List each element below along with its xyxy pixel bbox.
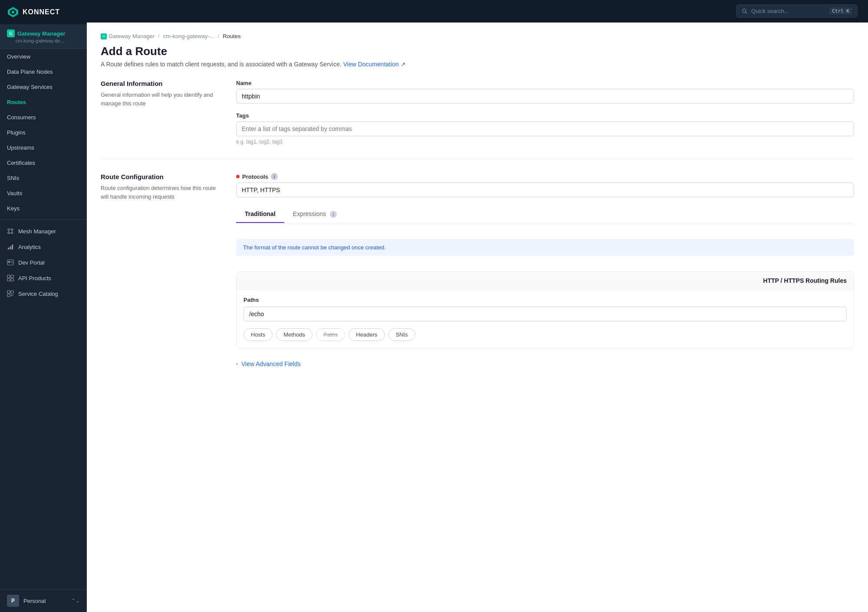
- routing-rules-header: HTTP / HTTPS Routing Rules: [237, 272, 854, 290]
- sidebar-item-certificates[interactable]: Certificates: [0, 155, 87, 170]
- route-config-fields: Protocols i Traditional Expressions i: [236, 173, 854, 371]
- search-box[interactable]: Quick search... Ctrl K: [736, 4, 858, 18]
- gateway-manager-label: G Gateway Manager: [7, 29, 80, 37]
- sidebar-item-routes[interactable]: Routes: [0, 95, 87, 110]
- protocols-field-group: Protocols i: [236, 173, 854, 197]
- sidebar-item-consumers[interactable]: Consumers: [0, 110, 87, 125]
- sidebar-item-overview[interactable]: Overview: [0, 49, 87, 64]
- svg-rect-12: [10, 246, 11, 249]
- sidebar-item-snis[interactable]: SNIs: [0, 170, 87, 186]
- pill-methods[interactable]: Methods: [276, 328, 312, 341]
- page-subtitle-text: A Route defines rules to match client re…: [101, 61, 342, 68]
- api-products-icon: [7, 275, 14, 281]
- pill-paths[interactable]: Paths: [316, 328, 345, 341]
- sidebar-item-api-products[interactable]: API Products: [0, 270, 87, 286]
- tab-traditional[interactable]: Traditional: [236, 206, 284, 223]
- svg-rect-24: [7, 294, 10, 297]
- svg-point-27: [743, 9, 746, 12]
- sidebar-item-dev-portal[interactable]: Dev Portal: [0, 255, 87, 270]
- breadcrumb-gm-label: Gateway Manager: [108, 33, 155, 39]
- route-config-desc: Route Configuration Route configuration …: [101, 173, 222, 371]
- service-catalog-label: Service Catalog: [18, 291, 58, 297]
- breadcrumb-gateway[interactable]: cm-kong-gateway-...: [163, 33, 214, 39]
- svg-rect-20: [7, 278, 10, 281]
- user-name: Personal: [23, 598, 46, 604]
- svg-rect-13: [12, 245, 13, 249]
- pill-hosts[interactable]: Hosts: [243, 328, 273, 341]
- tab-expressions[interactable]: Expressions i: [284, 206, 345, 223]
- protocols-input[interactable]: [236, 183, 854, 197]
- svg-point-3: [8, 229, 10, 230]
- general-info-text: General information will help you identi…: [101, 91, 222, 108]
- sidebar-item-plugins[interactable]: Plugins: [0, 125, 87, 140]
- sidebar: KONNECT G Gateway Manager cm-kong-gatewa…: [0, 0, 87, 612]
- app-name: KONNECT: [23, 8, 60, 16]
- svg-rect-19: [11, 275, 13, 278]
- sidebar-nav: Overview Data Plane Nodes Gateway Servic…: [0, 49, 87, 216]
- svg-point-4: [11, 229, 13, 230]
- pill-headers[interactable]: Headers: [349, 328, 385, 341]
- tab-traditional-label: Traditional: [245, 210, 276, 217]
- paths-input[interactable]: [243, 307, 847, 321]
- gateway-manager-section[interactable]: G Gateway Manager cm-kong-gateway-de...: [0, 24, 87, 49]
- breadcrumb: G Gateway Manager / cm-kong-gateway-... …: [101, 33, 854, 39]
- search-kbd: Ctrl K: [829, 7, 852, 15]
- sidebar-item-mesh-manager[interactable]: Mesh Manager: [0, 223, 87, 239]
- protocols-label: Protocols i: [236, 173, 854, 180]
- content-area: G Gateway Manager / cm-kong-gateway-... …: [87, 23, 868, 612]
- sidebar-item-vaults[interactable]: Vaults: [0, 186, 87, 201]
- service-catalog-icon: [7, 290, 14, 297]
- protocols-info-icon[interactable]: i: [271, 173, 278, 180]
- format-warning-text: The format of the route cannot be change…: [243, 244, 386, 251]
- pill-snis[interactable]: SNIs: [388, 328, 415, 341]
- mesh-manager-label: Mesh Manager: [18, 228, 56, 235]
- svg-rect-15: [8, 261, 10, 263]
- gateway-manager-icon: G: [7, 29, 15, 37]
- search-icon: [742, 8, 748, 14]
- tags-input[interactable]: [236, 121, 854, 136]
- routing-rules-body: Paths Hosts Methods Paths Headers SNIs: [237, 290, 854, 348]
- main: Quick search... Ctrl K G Gateway Manager…: [87, 0, 868, 612]
- general-info-title: General Information: [101, 80, 222, 87]
- name-label: Name: [236, 80, 854, 86]
- breadcrumb-current: Routes: [223, 33, 240, 39]
- page-title: Add a Route: [101, 45, 854, 58]
- user-avatar: P: [7, 595, 19, 607]
- protocols-label-text: Protocols: [242, 173, 268, 180]
- breadcrumb-gateway-manager[interactable]: G Gateway Manager: [101, 33, 155, 39]
- routing-rules-box: HTTP / HTTPS Routing Rules Paths Hosts M…: [236, 272, 854, 348]
- analytics-icon: [7, 243, 14, 250]
- breadcrumb-gm-icon: G: [101, 33, 107, 39]
- svg-point-2: [12, 11, 14, 13]
- general-information-section: General Information General information …: [101, 80, 854, 159]
- sidebar-item-service-catalog[interactable]: Service Catalog: [0, 286, 87, 301]
- general-info-fields: Name Tags e.g. tag1, tag2, tag3: [236, 80, 854, 145]
- breadcrumb-sep-2: /: [218, 33, 220, 39]
- advanced-fields-label: View Advanced Fields: [241, 360, 301, 367]
- breadcrumb-sep-1: /: [158, 33, 160, 39]
- sidebar-item-data-plane-nodes[interactable]: Data Plane Nodes: [0, 64, 87, 79]
- tags-field-group: Tags e.g. tag1, tag2, tag3: [236, 112, 854, 145]
- analytics-label: Analytics: [18, 244, 41, 250]
- expand-icon: ⌃⌄: [71, 598, 80, 604]
- sidebar-item-upstreams[interactable]: Upstreams: [0, 140, 87, 155]
- page-subtitle: A Route defines rules to match client re…: [101, 61, 854, 68]
- logo[interactable]: KONNECT: [7, 6, 60, 18]
- dev-portal-icon: [7, 259, 14, 266]
- sidebar-item-keys[interactable]: Keys: [0, 201, 87, 216]
- svg-rect-23: [11, 291, 13, 293]
- user-profile[interactable]: P Personal ⌃⌄: [0, 589, 87, 612]
- sidebar-header: KONNECT: [0, 0, 87, 24]
- tabs-list: Traditional Expressions i: [236, 206, 854, 223]
- doc-link[interactable]: View Documentation ↗: [343, 61, 406, 68]
- view-advanced-fields[interactable]: › View Advanced Fields: [236, 357, 854, 371]
- mesh-icon: [7, 228, 14, 235]
- api-products-label: API Products: [18, 275, 51, 281]
- sidebar-item-gateway-services[interactable]: Gateway Services: [0, 79, 87, 95]
- footer-user: P Personal: [7, 595, 46, 607]
- name-input[interactable]: [236, 89, 854, 104]
- svg-rect-18: [7, 275, 10, 278]
- sidebar-item-analytics[interactable]: Analytics: [0, 239, 87, 255]
- expressions-info-icon[interactable]: i: [330, 211, 337, 218]
- dev-portal-label: Dev Portal: [18, 259, 45, 266]
